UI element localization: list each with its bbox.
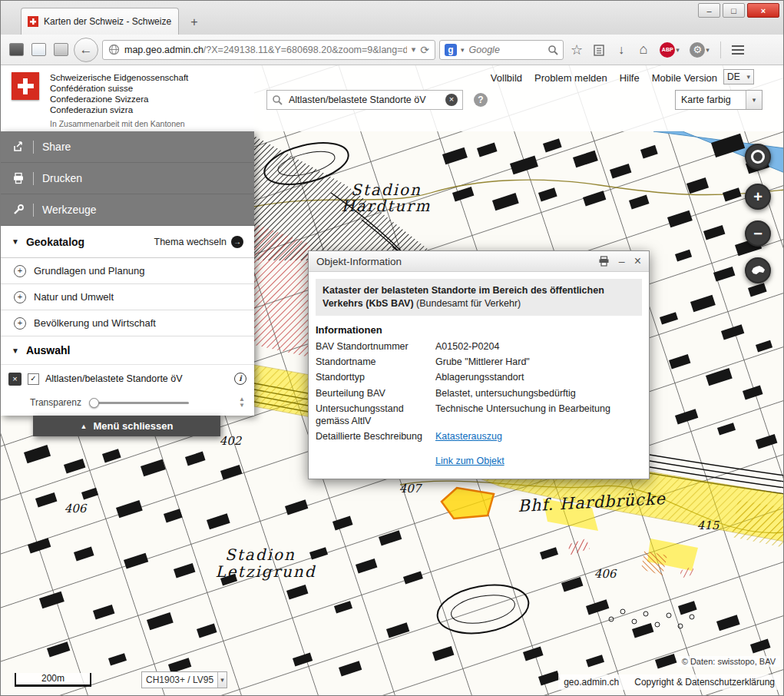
titlebar: Karten der Schweiz - Schweize... + – □ × bbox=[1, 1, 783, 35]
map-search-field[interactable]: × bbox=[266, 90, 463, 110]
addon-button[interactable]: ⚙▾ bbox=[686, 41, 713, 59]
url-bar[interactable]: map.geo.admin.ch/?X=249138.11&Y=680698.2… bbox=[102, 40, 435, 60]
popup-minimize-icon[interactable]: – bbox=[619, 256, 625, 267]
maximize-button[interactable]: □ bbox=[723, 3, 745, 18]
object-link[interactable]: Link zum Objekt bbox=[435, 456, 504, 466]
katasterauszug-link[interactable]: Katasterauszug bbox=[435, 431, 502, 442]
nav-problem-melden[interactable]: Problem melden bbox=[534, 72, 607, 84]
projection-select[interactable]: CH1903+ / LV95 ▾ bbox=[141, 671, 227, 688]
geolocate-icon bbox=[751, 150, 765, 164]
expand-icon[interactable]: + bbox=[14, 291, 26, 303]
scale-bar: 200m bbox=[15, 673, 91, 687]
popup-title: Objekt-Information bbox=[316, 256, 402, 267]
popup-print-icon[interactable] bbox=[598, 256, 610, 267]
footer-copyright-link[interactable]: Copyright & Datenschutzerklärung bbox=[634, 677, 775, 688]
expand-icon[interactable]: + bbox=[14, 265, 26, 277]
remove-layer-button[interactable]: × bbox=[8, 373, 22, 386]
adblock-button[interactable]: ABP▾ bbox=[657, 41, 683, 59]
zoom-out-button[interactable]: − bbox=[745, 220, 771, 247]
engine-caret-icon[interactable]: ▾ bbox=[461, 46, 465, 54]
projection-caret-icon[interactable]: ▾ bbox=[217, 672, 227, 688]
selection-header[interactable]: ▼ Auswahl bbox=[1, 336, 254, 365]
back-button[interactable]: ← bbox=[74, 38, 98, 62]
downloads-button[interactable]: ↓ bbox=[612, 41, 630, 59]
object-information-popup: Objekt-Information – × Kataster der bela… bbox=[308, 250, 650, 479]
print-button[interactable]: Drucken bbox=[1, 163, 254, 194]
map-style-caret-icon[interactable]: ▾ bbox=[746, 91, 762, 109]
share-button[interactable]: Share bbox=[1, 131, 254, 163]
map-search-input[interactable] bbox=[287, 94, 441, 106]
layer-reorder-icons[interactable]: ▲ ▼ bbox=[239, 396, 245, 409]
nav-hilfe[interactable]: Hilfe bbox=[620, 72, 640, 84]
bookmarks-menu-button[interactable] bbox=[590, 41, 608, 59]
browser-search-input[interactable] bbox=[468, 44, 544, 56]
map-attribution: © Daten: swisstopo, BAV bbox=[677, 656, 780, 667]
catalog-item-grundlagen[interactable]: + Grundlagen und Planung bbox=[1, 258, 254, 284]
attr-value: Technische Untersuchung in Bearbeitung bbox=[435, 403, 642, 428]
swiss-extent-icon bbox=[750, 265, 766, 276]
move-down-icon[interactable]: ▼ bbox=[239, 402, 245, 409]
browser-tab[interactable]: Karten der Schweiz - Schweize... bbox=[21, 8, 179, 35]
back-icon: ← bbox=[80, 42, 93, 58]
label-stadion-hardturm-2: Hardturm bbox=[341, 197, 431, 215]
transparency-slider[interactable] bbox=[91, 402, 189, 404]
footer-site-link[interactable]: geo.admin.ch bbox=[564, 677, 619, 688]
collapse-icon: ▼ bbox=[12, 237, 19, 246]
nav-mobile-version[interactable]: Mobile Version bbox=[652, 72, 717, 84]
search-help-icon[interactable]: ? bbox=[474, 93, 488, 107]
geocatalog-header[interactable]: ▼ Geokatalog Thema wechseln → bbox=[1, 226, 254, 258]
layer-checkbox[interactable]: ✓ bbox=[28, 373, 39, 385]
navigation-toolbar: ← map.geo.admin.ch/?X=249138.11&Y=680698… bbox=[1, 35, 783, 65]
toolbar-app-icon-2[interactable] bbox=[29, 41, 48, 59]
popup-close-icon[interactable]: × bbox=[634, 256, 641, 267]
adblock-caret-icon: ▾ bbox=[676, 46, 680, 54]
zoom-in-button[interactable]: + bbox=[745, 184, 771, 210]
toolbar-app-icon-3[interactable] bbox=[51, 41, 70, 59]
tools-button[interactable]: Werkzeuge bbox=[1, 194, 254, 226]
new-tab-button[interactable]: + bbox=[184, 13, 205, 31]
home-button[interactable]: ⌂ bbox=[634, 41, 653, 59]
dataset-heading: Kataster der belasteten Standorte im Ber… bbox=[316, 279, 642, 316]
close-button[interactable]: × bbox=[747, 3, 779, 18]
browser-search-bar[interactable]: g ▾ bbox=[439, 40, 564, 60]
catalog-item-natur[interactable]: + Natur und Umwelt bbox=[1, 284, 254, 310]
sidebar-menu: Share Drucken Werkzeuge ▼ Geokatalog The… bbox=[1, 131, 254, 416]
url-text: map.geo.admin.ch/?X=249138.11&Y=680698.2… bbox=[124, 45, 407, 55]
page-header: Vollbild Problem melden Hilfe Mobile Ver… bbox=[254, 65, 784, 131]
toolbar-separator bbox=[720, 41, 721, 58]
transparency-label: Transparenz bbox=[30, 397, 81, 408]
layer-info-icon[interactable]: i bbox=[234, 373, 246, 385]
google-engine-icon[interactable]: g bbox=[445, 44, 457, 56]
reload-icon[interactable]: ⟳ bbox=[420, 44, 429, 56]
map-style-select[interactable]: Karte farbig ▾ bbox=[675, 90, 762, 110]
language-select[interactable]: DE ▾ bbox=[723, 69, 754, 85]
elevation-415: 415 bbox=[697, 519, 720, 532]
clear-search-icon[interactable]: × bbox=[445, 94, 458, 106]
geolocate-button[interactable] bbox=[745, 144, 771, 170]
minimize-button[interactable]: – bbox=[698, 3, 720, 18]
geocatalog-label: Geokatalog bbox=[26, 236, 84, 248]
layer-label: Altlasten/belastete Standorte öV bbox=[45, 373, 228, 384]
popup-header[interactable]: Objekt-Information – × bbox=[309, 251, 649, 272]
change-theme-link[interactable]: Thema wechseln → bbox=[154, 236, 244, 248]
default-extent-button[interactable] bbox=[745, 257, 771, 283]
magnifier-icon[interactable] bbox=[547, 45, 558, 55]
menu-button[interactable] bbox=[729, 41, 747, 59]
close-menu-button[interactable]: ▲ Menü schliessen bbox=[33, 416, 220, 436]
top-navigation: Vollbild Problem melden Hilfe Mobile Ver… bbox=[491, 72, 717, 84]
bookmark-star-button[interactable]: ☆ bbox=[567, 41, 586, 59]
slider-knob[interactable] bbox=[89, 398, 99, 408]
hamburger-icon bbox=[732, 45, 744, 55]
toolbar-app-icon-1[interactable] bbox=[7, 41, 25, 59]
elevation-406b: 406 bbox=[594, 567, 617, 581]
catalog-item-bevoelkerung[interactable]: + Bevölkerung und Wirtschaft bbox=[1, 310, 254, 336]
print-label: Drucken bbox=[42, 172, 82, 184]
share-icon bbox=[12, 141, 25, 153]
expand-icon[interactable]: + bbox=[14, 317, 26, 330]
label-stadion-letzigrund-1: Stadion bbox=[225, 545, 296, 564]
divider bbox=[33, 204, 34, 217]
nav-vollbild[interactable]: Vollbild bbox=[491, 72, 522, 84]
url-dropdown-icon[interactable]: ▾ bbox=[412, 45, 416, 55]
catalog-item-label: Natur und Umwelt bbox=[34, 291, 114, 303]
transparency-row: Transparenz ▲ ▼ bbox=[1, 393, 254, 416]
